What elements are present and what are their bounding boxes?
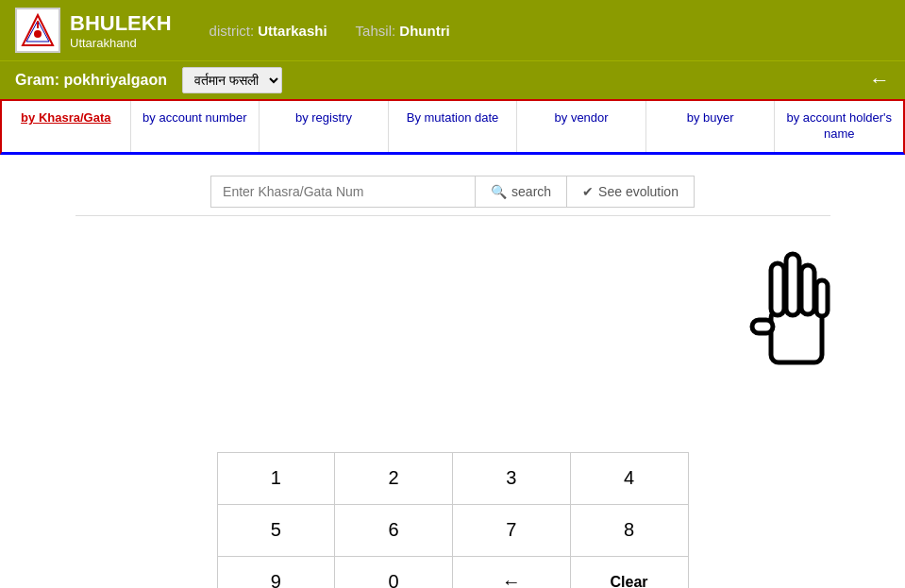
numpad-clear-button[interactable]: Clear [570, 556, 688, 588]
numpad-key-2[interactable]: 2 [335, 452, 453, 504]
sub-header: Gram: pokhriyalgaon वर्तमान फसली ← [0, 60, 905, 99]
fasli-select[interactable]: वर्तमान फसली [182, 67, 282, 93]
hand-cursor-icon [745, 244, 848, 391]
svg-rect-9 [816, 280, 828, 316]
numpad-key-3[interactable]: 3 [452, 452, 570, 504]
tahsil-label: Tahsil: [356, 23, 396, 39]
logo-emblem [15, 8, 60, 53]
numpad-row-3: 9 0 ← Clear [217, 556, 688, 588]
numpad-key-7[interactable]: 7 [452, 504, 570, 556]
numpad-key-5[interactable]: 5 [217, 504, 335, 556]
tab-account-holder[interactable]: by account holder's name [775, 101, 903, 152]
numpad-key-9[interactable]: 9 [217, 556, 335, 588]
search-section: 🔍 search ✔ See evolution [210, 176, 695, 208]
svg-rect-6 [771, 263, 784, 315]
numpad-row-2: 5 6 7 8 [217, 504, 688, 556]
logo-text: BHULEKH Uttarakhand [70, 11, 172, 50]
back-arrow-icon[interactable]: ← [869, 68, 890, 92]
search-label: search [511, 184, 551, 199]
numpad-row-1: 1 2 3 4 [217, 452, 688, 504]
numpad-wrapper: 1 2 3 4 5 6 7 8 9 0 ← Clear [0, 452, 905, 588]
search-icon: 🔍 [491, 184, 507, 199]
tab-buyer[interactable]: by buyer [646, 101, 776, 152]
district-label: district: [209, 23, 255, 39]
tab-khasra-gata[interactable]: by Khasra/Gata [2, 101, 131, 152]
tab-account-number[interactable]: by account number [131, 101, 260, 152]
gram-label: Gram: pokhriyalgaon [15, 72, 167, 89]
numpad-key-8[interactable]: 8 [570, 504, 688, 556]
svg-rect-4 [771, 311, 822, 362]
logo-box: BHULEKH Uttarakhand [15, 8, 172, 53]
numpad-backspace-button[interactable]: ← [452, 556, 570, 588]
check-icon: ✔ [582, 184, 594, 199]
numpad-key-4[interactable]: 4 [570, 452, 688, 504]
app-subtitle: Uttarakhand [70, 36, 172, 50]
khasra-input[interactable] [210, 176, 475, 208]
tab-vendor[interactable]: by vendor [517, 101, 646, 152]
svg-rect-7 [786, 254, 799, 315]
tab-registry[interactable]: by registry [260, 101, 389, 152]
numpad-key-1[interactable]: 1 [217, 452, 335, 504]
see-evolution-label: See evolution [598, 184, 679, 199]
tab-mutation-date[interactable]: By mutation date [389, 101, 518, 152]
svg-rect-8 [801, 265, 814, 314]
see-evolution-button[interactable]: ✔ See evolution [567, 176, 695, 208]
search-button[interactable]: 🔍 search [475, 176, 567, 208]
numpad: 1 2 3 4 5 6 7 8 9 0 ← Clear [217, 452, 689, 588]
numpad-key-0[interactable]: 0 [335, 556, 453, 588]
app-header: BHULEKH Uttarakhand district: Uttarkashi… [0, 0, 905, 60]
tahsil-info: Tahsil: Dhuntri [356, 23, 450, 39]
app-name: BHULEKH [70, 11, 172, 36]
content-area [0, 216, 905, 424]
svg-rect-5 [752, 320, 773, 333]
district-value: Uttarkashi [258, 23, 327, 39]
header-info: district: Uttarkashi Tahsil: Dhuntri [209, 23, 450, 39]
svg-point-2 [34, 30, 42, 38]
tahsil-value: Dhuntri [399, 23, 449, 39]
district-info: district: Uttarkashi [209, 23, 327, 39]
numpad-key-6[interactable]: 6 [335, 504, 453, 556]
nav-tabs: by Khasra/Gata by account number by regi… [0, 99, 905, 155]
